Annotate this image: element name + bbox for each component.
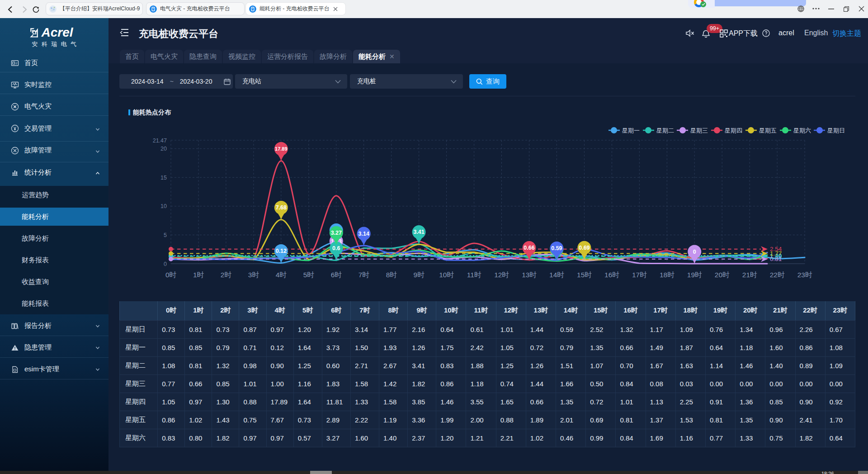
svg-text:0.69: 0.69 xyxy=(579,245,590,251)
svg-text:10: 10 xyxy=(160,203,167,209)
svg-text:21时: 21时 xyxy=(742,271,757,279)
svg-text:0: 0 xyxy=(693,249,696,255)
svg-text:1.77: 1.77 xyxy=(770,250,782,257)
svg-text:23时: 23时 xyxy=(797,271,812,279)
svg-text:15: 15 xyxy=(160,175,167,181)
svg-text:星期二: 星期二 xyxy=(656,127,674,134)
svg-text:19时: 19时 xyxy=(687,271,702,279)
svg-text:1时: 1时 xyxy=(193,271,204,279)
svg-text:星期六: 星期六 xyxy=(793,127,811,134)
svg-text:0.12: 0.12 xyxy=(276,248,287,254)
svg-text:0: 0 xyxy=(164,261,167,267)
svg-text:7时: 7时 xyxy=(359,271,370,279)
svg-text:20时: 20时 xyxy=(715,271,730,279)
svg-text:15时: 15时 xyxy=(577,271,592,279)
svg-text:22时: 22时 xyxy=(770,271,785,279)
svg-text:星期三: 星期三 xyxy=(690,127,708,134)
svg-text:17.89: 17.89 xyxy=(275,146,288,152)
svg-text:0.66: 0.66 xyxy=(524,245,534,251)
svg-text:20: 20 xyxy=(160,146,167,152)
svg-text:0.59: 0.59 xyxy=(551,245,562,251)
svg-text:星期五: 星期五 xyxy=(759,127,777,134)
svg-text:17时: 17时 xyxy=(632,271,647,279)
svg-text:3.27: 3.27 xyxy=(331,230,342,236)
svg-text:5: 5 xyxy=(164,232,167,238)
svg-text:16时: 16时 xyxy=(604,271,619,279)
svg-text:21.47: 21.47 xyxy=(153,137,167,144)
svg-text:11时: 11时 xyxy=(467,271,481,279)
svg-text:星期一: 星期一 xyxy=(622,127,640,134)
svg-text:14时: 14时 xyxy=(549,271,564,279)
svg-text:10时: 10时 xyxy=(439,271,454,279)
svg-text:6时: 6时 xyxy=(331,271,342,279)
svg-text:7.68: 7.68 xyxy=(276,204,287,211)
svg-text:5时: 5时 xyxy=(303,271,315,279)
svg-text:星期日: 星期日 xyxy=(827,127,845,134)
svg-text:0.6: 0.6 xyxy=(332,245,340,251)
svg-text:13时: 13时 xyxy=(522,271,537,279)
svg-text:星期四: 星期四 xyxy=(725,127,742,134)
svg-text:4时: 4时 xyxy=(276,271,287,279)
svg-text:2时: 2时 xyxy=(221,271,232,279)
svg-text:0时: 0时 xyxy=(165,271,177,279)
svg-text:12时: 12时 xyxy=(494,271,509,279)
svg-text:8时: 8时 xyxy=(386,271,397,279)
svg-text:3时: 3时 xyxy=(248,271,259,279)
svg-text:3.14: 3.14 xyxy=(359,231,369,237)
svg-text:9时: 9时 xyxy=(414,271,425,279)
svg-text:3.41: 3.41 xyxy=(413,229,424,235)
svg-text:18时: 18时 xyxy=(660,271,675,279)
